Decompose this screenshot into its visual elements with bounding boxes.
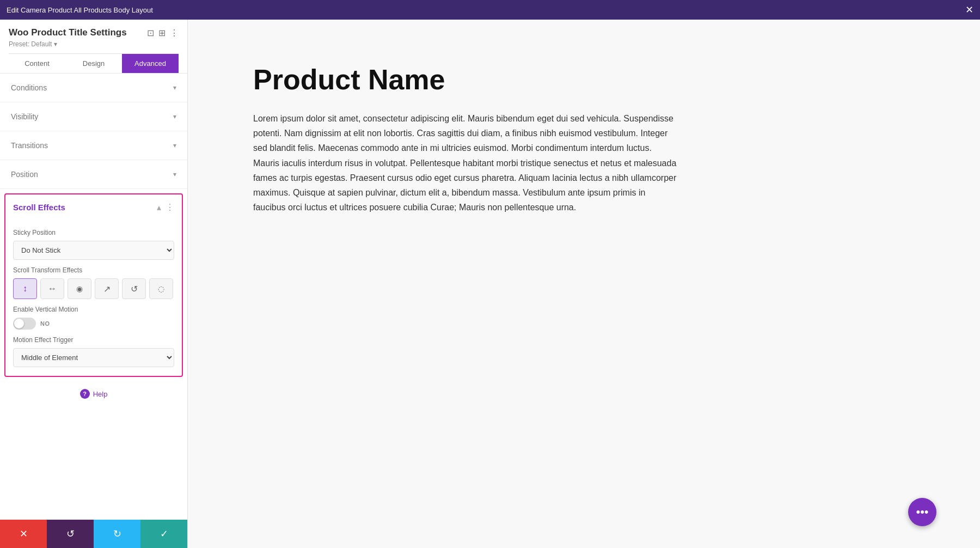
accordion-conditions-header[interactable]: Conditions ▾ — [0, 74, 187, 102]
sticky-position-select[interactable]: Do Not Stick Stick to Top Stick to Botto… — [13, 241, 174, 260]
scroll-effects-section: Scroll Effects ▴ ⋮ Sticky Position Do No… — [4, 193, 183, 377]
transform-effects-label: Scroll Transform Effects — [13, 266, 174, 274]
preset-selector[interactable]: Preset: Default — [9, 40, 179, 48]
floating-action-button[interactable]: ••• — [908, 498, 936, 526]
sidebar: Woo Product Title Settings ⊡ ⊞ ⋮ Preset:… — [0, 20, 188, 548]
accordion-transitions: Transitions ▾ — [0, 131, 187, 160]
chevron-down-icon: ▾ — [173, 84, 176, 92]
top-bar-title: Edit Camera Product All Products Body La… — [7, 6, 153, 14]
product-title: Product Name — [253, 63, 915, 96]
top-bar: Edit Camera Product All Products Body La… — [0, 0, 980, 20]
transform-rotate-btn[interactable]: ↺ — [122, 278, 146, 299]
sidebar-title-icons: ⊡ ⊞ ⋮ — [147, 28, 179, 38]
sidebar-content: Conditions ▾ Visibility ▾ Transitions ▾ — [0, 74, 187, 520]
grid-icon[interactable]: ⊞ — [158, 28, 166, 38]
accordion-conditions: Conditions ▾ — [0, 74, 187, 102]
accordion-transitions-label: Transitions — [11, 141, 48, 150]
motion-trigger-select[interactable]: Middle of Element Top of Element Bottom … — [13, 348, 174, 367]
help-row[interactable]: ? Help — [0, 381, 187, 406]
redo-button[interactable]: ↻ — [94, 520, 140, 548]
accordion-visibility-label: Visibility — [11, 112, 38, 121]
save-button[interactable]: ✓ — [140, 520, 187, 548]
chevron-down-icon: ▾ — [173, 113, 176, 120]
close-button[interactable]: ✕ — [965, 4, 973, 16]
chevron-down-icon: ▾ — [173, 171, 176, 178]
transform-opacity-btn[interactable]: ◌ — [149, 278, 173, 299]
scroll-effects-body: Sticky Position Do Not Stick Stick to To… — [5, 220, 182, 376]
sidebar-header: Woo Product Title Settings ⊡ ⊞ ⋮ Preset:… — [0, 20, 187, 74]
vertical-motion-toggle[interactable] — [13, 318, 36, 330]
sticky-position-label: Sticky Position — [13, 229, 174, 236]
product-body-text: Lorem ipsum dolor sit amet, consectetur … — [253, 111, 678, 215]
sidebar-title: Woo Product Title Settings — [9, 27, 127, 38]
tab-bar: Content Design Advanced — [9, 53, 179, 73]
transform-blur-btn[interactable]: ◉ — [68, 278, 91, 299]
accordion-transitions-header[interactable]: Transitions ▾ — [0, 131, 187, 160]
scroll-effects-header: Scroll Effects ▴ ⋮ — [5, 194, 182, 220]
vertical-motion-label: Enable Vertical Motion — [13, 306, 174, 313]
more-icon[interactable]: ⋮ — [170, 28, 179, 38]
main-content: Product Name Lorem ipsum dolor sit amet,… — [188, 20, 980, 548]
bottom-action-bar: ✕ ↺ ↻ ✓ — [0, 520, 187, 548]
help-icon: ? — [80, 389, 90, 399]
chevron-down-icon: ▾ — [173, 142, 176, 149]
undo-button[interactable]: ↺ — [47, 520, 94, 548]
accordion-position: Position ▾ — [0, 160, 187, 189]
more-options-icon[interactable]: ⋮ — [166, 202, 174, 212]
help-label: Help — [93, 390, 108, 398]
motion-trigger-label: Motion Effect Trigger — [13, 336, 174, 344]
accordion-visibility-header[interactable]: Visibility ▾ — [0, 102, 187, 131]
accordion-position-label: Position — [11, 170, 38, 179]
main-layout: Woo Product Title Settings ⊡ ⊞ ⋮ Preset:… — [0, 20, 980, 548]
accordion-position-header[interactable]: Position ▾ — [0, 160, 187, 188]
responsive-icon[interactable]: ⊡ — [147, 28, 154, 38]
vertical-motion-toggle-row: NO — [13, 318, 174, 330]
sidebar-title-row: Woo Product Title Settings ⊡ ⊞ ⋮ — [9, 27, 179, 38]
transform-icons-row: ↕ ↔ ◉ ↗ ↺ ◌ — [13, 278, 174, 299]
accordion-visibility: Visibility ▾ — [0, 102, 187, 131]
transform-horizontal-btn[interactable]: ↔ — [40, 278, 64, 299]
scroll-effects-header-icons: ▴ ⋮ — [157, 202, 174, 212]
tab-advanced[interactable]: Advanced — [122, 54, 179, 73]
transform-vertical-btn[interactable]: ↕ — [13, 278, 37, 299]
delete-button[interactable]: ✕ — [0, 520, 47, 548]
tab-design[interactable]: Design — [65, 54, 122, 73]
toggle-no-label: NO — [40, 320, 50, 327]
accordion-conditions-label: Conditions — [11, 83, 47, 92]
scroll-effects-title: Scroll Effects — [13, 203, 65, 212]
toggle-knob — [14, 319, 24, 328]
tab-content[interactable]: Content — [9, 54, 65, 73]
collapse-icon[interactable]: ▴ — [157, 202, 161, 212]
transform-diagonal-btn[interactable]: ↗ — [95, 278, 119, 299]
